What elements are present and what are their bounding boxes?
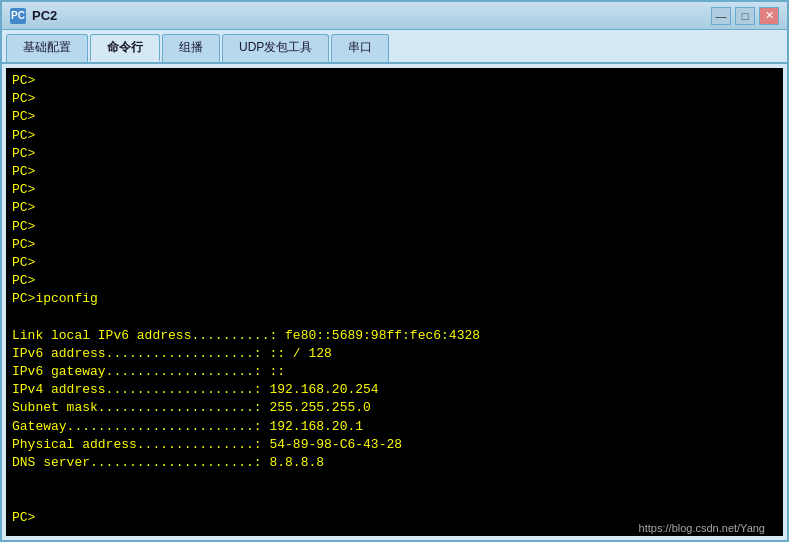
terminal-line: PC> <box>12 272 765 290</box>
tab-basic-config[interactable]: 基础配置 <box>6 34 88 62</box>
title-bar: PC PC2 — □ ✕ <box>2 2 787 30</box>
terminal-line: IPv6 gateway...................: :: <box>12 363 765 381</box>
terminal-line: Link local IPv6 address..........: fe80:… <box>12 327 765 345</box>
tab-serial[interactable]: 串口 <box>331 34 389 62</box>
terminal-line: Physical address...............: 54-89-9… <box>12 436 765 454</box>
content-area: PC>PC>PC>PC>PC>PC>PC>PC>PC>PC>PC>PC>PC>i… <box>2 64 787 540</box>
tab-multicast[interactable]: 组播 <box>162 34 220 62</box>
terminal-line: PC> <box>12 108 765 126</box>
terminal-line: PC> <box>12 127 765 145</box>
maximize-button[interactable]: □ <box>735 7 755 25</box>
window: PC PC2 — □ ✕ 基础配置 命令行 组播 UDP发包工具 串口 PC>P… <box>0 0 789 542</box>
tab-udp-tool[interactable]: UDP发包工具 <box>222 34 329 62</box>
terminal-line: PC> <box>12 163 765 181</box>
terminal-line: PC> <box>12 72 765 90</box>
terminal-scroll[interactable]: PC>PC>PC>PC>PC>PC>PC>PC>PC>PC>PC>PC>PC>i… <box>12 72 777 532</box>
terminal-line <box>12 490 765 508</box>
terminal-line: PC> <box>12 199 765 217</box>
window-title: PC2 <box>32 8 57 23</box>
title-bar-left: PC PC2 <box>10 8 57 24</box>
terminal-line: PC> <box>12 181 765 199</box>
terminal-line: Subnet mask....................: 255.255… <box>12 399 765 417</box>
terminal-line: DNS server.....................: 8.8.8.8 <box>12 454 765 472</box>
title-controls: — □ ✕ <box>711 7 779 25</box>
terminal-line: PC> <box>12 236 765 254</box>
terminal-line: PC> <box>12 218 765 236</box>
terminal-line: PC> <box>12 90 765 108</box>
terminal-line <box>12 472 765 490</box>
minimize-button[interactable]: — <box>711 7 731 25</box>
terminal-line: IPv4 address...................: 192.168… <box>12 381 765 399</box>
terminal-line: PC>ipconfig <box>12 290 765 308</box>
app-icon: PC <box>10 8 26 24</box>
terminal-line: PC> <box>12 254 765 272</box>
terminal-line: IPv6 address...................: :: / 12… <box>12 345 765 363</box>
tab-command-line[interactable]: 命令行 <box>90 34 160 62</box>
terminal-line: PC> <box>12 145 765 163</box>
watermark: https://blog.csdn.net/Yang <box>639 522 765 534</box>
terminal-line: Gateway........................: 192.168… <box>12 418 765 436</box>
terminal[interactable]: PC>PC>PC>PC>PC>PC>PC>PC>PC>PC>PC>PC>PC>i… <box>6 68 783 536</box>
close-button[interactable]: ✕ <box>759 7 779 25</box>
tab-bar: 基础配置 命令行 组播 UDP发包工具 串口 <box>2 30 787 64</box>
terminal-line <box>12 308 765 326</box>
